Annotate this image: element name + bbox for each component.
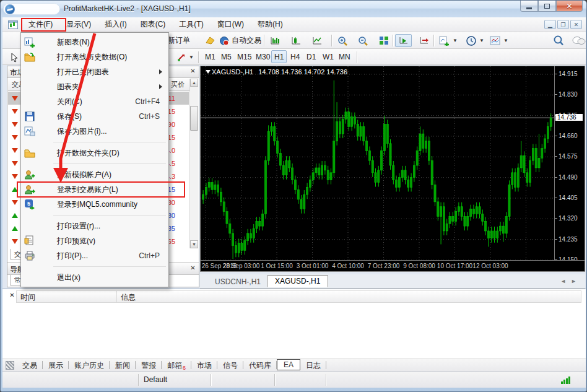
indicators-dropdown-icon[interactable]: ▼ [453, 38, 458, 43]
price-down-icon [12, 96, 18, 101]
arrows-tool-icon[interactable]: ▼ [173, 51, 197, 64]
search-icon[interactable] [550, 34, 567, 47]
file-menu-item-0[interactable]: 新图表(N) [21, 35, 168, 50]
indicators-button[interactable]: ▼ [436, 34, 461, 47]
terminal-tab-5-邮箱[interactable]: 邮箱6 [162, 359, 191, 372]
navigator-close-icon[interactable]: ✕ [189, 264, 197, 272]
timeframe-w1[interactable]: W1 [320, 50, 337, 63]
time-axis[interactable]: 26 Sep 201828 Sep 03:001 Oct 15:003 Oct … [201, 260, 585, 271]
scrollbar-thumb[interactable] [190, 106, 198, 131]
terminal-tab-7-信号[interactable]: 信号 [217, 359, 243, 372]
terminal-tab-9-EA[interactable]: EA [277, 359, 300, 370]
terminal-tab-8-代码库[interactable]: 代码库 [243, 359, 277, 372]
terminal-tab-10-日志[interactable]: 日志 [300, 359, 326, 372]
file-menu-item-16[interactable]: 打印(P)...Ctrl+P [21, 248, 168, 263]
window-close-button[interactable]: ✕ [556, 1, 583, 12]
periods-dropdown-icon[interactable]: ▼ [479, 38, 484, 43]
market-watch-scrollbar[interactable]: ▲ ▼ [189, 79, 198, 248]
menu-separator [21, 263, 168, 270]
arrows-dropdown-icon[interactable]: ▼ [189, 54, 194, 60]
file-menu-item-3[interactable]: 图表夹 [21, 79, 168, 94]
autotrading-button[interactable]: 自动交易 [216, 34, 264, 47]
title-bar: ProfitMarketHK-Live2 - [XAGUSD-,H1] ✕ [1, 1, 587, 17]
chart-tab-xagusd[interactable]: XAGUSD-,H1 [267, 275, 328, 287]
file-menu-item-5[interactable]: 保存(S)Ctrl+S [21, 109, 168, 124]
timeframe-h1[interactable]: H1 [271, 50, 287, 63]
candlestick-chart[interactable] [201, 66, 554, 260]
price-up-icon [12, 226, 18, 231]
market-watch-close-icon[interactable]: ✕ [189, 68, 197, 76]
price-tick: 14.915 [559, 71, 578, 77]
menubar-item-5[interactable]: 窗口(W) [211, 17, 251, 32]
mdi-restore-button[interactable]: ❐ [557, 20, 569, 29]
mdi-minimize-button[interactable]: ▁ [544, 20, 556, 29]
timeframe-h4[interactable]: H4 [287, 50, 303, 63]
terminal-tab-6-市场[interactable]: 市场 [191, 359, 217, 372]
mail-badge: 6 [183, 365, 186, 371]
file-menu-item-10[interactable]: 开新模拟帐户(A) [21, 167, 168, 182]
chart-tab-usdcnh[interactable]: USDCNH-,H1 [207, 276, 268, 287]
connection-status-icon [561, 377, 571, 384]
timeframe-m15[interactable]: M15 [234, 50, 254, 63]
terminal-tab-4-警报[interactable]: 警报 [136, 359, 162, 372]
terminal-panel: ✕ 时间 信息 [2, 289, 586, 359]
chart-ohlc-label: 14.708 14.736 14.702 14.736 [258, 68, 347, 76]
price-down-icon [12, 239, 18, 244]
timeframe-m1[interactable]: M1 [202, 50, 219, 63]
terminal-column-message[interactable]: 信息 [117, 290, 581, 303]
templates-button[interactable]: ▼ [487, 34, 511, 47]
terminal-close-icon[interactable]: ✕ [8, 292, 16, 300]
price-axis[interactable]: 14.91514.83014.74514.66014.57514.49014.4… [554, 66, 585, 260]
scrollbar-down-icon[interactable]: ▼ [190, 240, 198, 248]
file-menu-item-4[interactable]: 关闭(C)Ctrl+F4 [21, 94, 168, 109]
menubar-item-6[interactable]: 帮助(H) [251, 17, 290, 32]
menubar-item-3[interactable]: 图表(C) [134, 17, 173, 32]
submenu-arrow-icon [159, 69, 162, 74]
file-menu-item-14[interactable]: 打印设置(r)... [21, 219, 168, 233]
auto-scroll-icon[interactable] [395, 34, 412, 47]
account-icon [24, 169, 35, 180]
scrollbar-up-icon[interactable]: ▲ [190, 79, 198, 87]
tile-windows-icon[interactable] [376, 34, 392, 47]
line-chart-type-icon[interactable] [309, 34, 326, 47]
terminal-tab-2-账户历史[interactable]: 账户历史 [69, 359, 110, 372]
timeframe-mn[interactable]: MN [336, 50, 354, 63]
terminal-grip-icon[interactable] [6, 361, 14, 370]
timeframe-m5[interactable]: M5 [218, 50, 235, 63]
cursor-tool-icon[interactable] [7, 51, 22, 64]
terminal-tab-0-交易[interactable]: 交易 [17, 359, 43, 372]
chat-icon[interactable] [569, 34, 587, 47]
price-tick: 14.575 [559, 153, 578, 160]
menu-bar: 文件(F)显示(V)插入(I)图表(C)工具(T)窗口(W)帮助(H) ▁ ❐ … [2, 17, 586, 32]
new-chart-button[interactable] [7, 34, 13, 47]
timeframe-m30[interactable]: M30 [253, 50, 273, 63]
candlestick-chart-type-icon[interactable] [288, 34, 305, 47]
terminal-tab-1-展示[interactable]: 展示 [43, 359, 69, 372]
window-minimize-button[interactable] [520, 1, 538, 12]
file-menu-item-18[interactable]: 退出(x) [21, 270, 168, 285]
file-menu-item-2[interactable]: 打开已关闭图表 [21, 64, 168, 79]
zoom-out-icon[interactable] [355, 34, 372, 47]
chart-window-icon[interactable] [8, 20, 18, 29]
file-menu-item-8[interactable]: 打开数据文件夹(D) [21, 146, 168, 160]
chart-collapse-icon[interactable] [206, 70, 211, 74]
status-profile[interactable]: Default [139, 374, 211, 386]
menubar-item-4[interactable]: 工具(T) [172, 17, 210, 32]
file-menu-item-12[interactable]: 5登录到MQL5.community [21, 197, 168, 212]
window-restore-button[interactable] [538, 1, 556, 12]
menubar-item-2[interactable]: 插入(I) [98, 17, 133, 32]
bar-chart-type-icon[interactable] [267, 34, 284, 47]
timeframe-d1[interactable]: D1 [303, 50, 319, 63]
templates-dropdown-icon[interactable]: ▼ [503, 38, 508, 43]
chart-shift-icon[interactable] [415, 34, 432, 47]
zoom-in-icon[interactable] [334, 34, 352, 47]
terminal-column-time[interactable]: 时间 [16, 290, 117, 303]
new-chart-icon [24, 37, 35, 48]
file-menu-item-15[interactable]: 打印预览(v) [21, 233, 168, 248]
periods-button[interactable]: ▼ [463, 34, 487, 47]
terminal-tab-3-新闻[interactable]: 新闻 [110, 359, 136, 372]
file-menu-item-6[interactable]: 保存为图片(i)... [21, 124, 168, 139]
mdi-close-button[interactable]: ✕ [570, 20, 582, 29]
chart-tab-scroll-icons[interactable]: ◄► [560, 278, 581, 284]
file-menu-item-1[interactable]: 打开离线历史数据(O) [21, 50, 168, 64]
